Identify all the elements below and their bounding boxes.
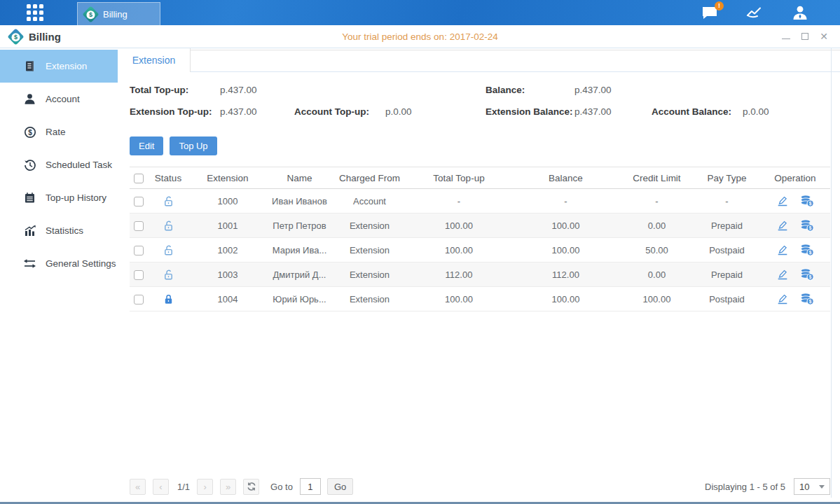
cell-total-topup: 100.00 — [406, 294, 511, 304]
edit-button[interactable]: Edit — [130, 136, 163, 155]
cell-pay-type: Prepaid — [694, 220, 760, 231]
column-header-balance: Balance — [511, 173, 620, 183]
messages-icon[interactable]: ! — [701, 6, 718, 20]
svg-text:$: $ — [809, 250, 812, 255]
cell-pay-type: Postpaid — [694, 245, 760, 255]
next-page-button[interactable]: › — [197, 479, 213, 495]
unlock-icon[interactable] — [163, 244, 174, 256]
balance-value: p.437.00 — [574, 85, 612, 95]
select-all-checkbox[interactable] — [134, 174, 144, 183]
statistics-chart-icon[interactable] — [746, 6, 764, 20]
cell-name: Юрий Юрь... — [266, 294, 333, 304]
table-row: 1004Юрий Юрь...Extension100.00100.00100.… — [130, 287, 830, 312]
topup-coins-icon[interactable]: $ — [800, 244, 814, 256]
sidebar-item-label: General Settings — [46, 258, 116, 269]
cell-extension: 1003 — [189, 270, 266, 280]
svg-text:$: $ — [809, 201, 812, 206]
prev-page-button[interactable]: ‹ — [153, 479, 169, 495]
table-row: 1001Петр ПетровExtension100.00100.000.00… — [130, 214, 830, 238]
trial-notice: Your trial period ends on: 2017-02-24 — [0, 31, 840, 42]
operation-cell: $ — [760, 293, 830, 305]
statistics-icon — [23, 225, 36, 237]
page-size-select[interactable]: 10 — [794, 478, 830, 495]
row-checkbox[interactable] — [134, 221, 144, 231]
account-balance-label: Account Balance: — [652, 106, 731, 117]
column-header-credit-limit: Credit Limit — [620, 173, 694, 183]
column-header-name: Name — [266, 173, 333, 183]
edit-pencil-icon[interactable] — [776, 268, 789, 281]
cell-balance: 112.00 — [511, 270, 620, 280]
row-checkbox[interactable] — [134, 246, 144, 255]
table-header-row: StatusExtensionNameCharged FromTotal Top… — [130, 167, 830, 189]
column-header-operation: Operation — [760, 173, 830, 183]
extension-balance-label: Extension Balance: — [486, 106, 573, 117]
cell-pay-type: Prepaid — [694, 270, 760, 280]
edit-pencil-icon[interactable] — [776, 195, 789, 207]
cell-charged-from: Account — [333, 196, 406, 206]
cell-name: Иван Иванов — [266, 196, 333, 206]
rate-icon: $ — [23, 126, 36, 139]
cell-credit-limit: 100.00 — [620, 294, 694, 304]
goto-page-input[interactable] — [300, 478, 321, 495]
scheduled-task-icon — [23, 159, 36, 172]
top-bar: $ Billing ! — [0, 0, 840, 25]
unlock-icon[interactable] — [163, 220, 174, 232]
cell-charged-from: Extension — [333, 270, 406, 280]
cell-credit-limit: 50.00 — [620, 245, 694, 255]
edit-pencil-icon[interactable] — [776, 219, 789, 232]
cell-name: Дмитрий Д... — [266, 270, 333, 280]
column-header-total-top-up: Total Top-up — [406, 173, 511, 183]
go-button[interactable]: Go — [327, 478, 353, 495]
refresh-icon[interactable] — [243, 479, 259, 495]
cell-name: Мария Ива... — [266, 245, 333, 255]
first-page-button[interactable]: « — [130, 479, 146, 495]
row-checkbox[interactable] — [134, 270, 144, 280]
cell-charged-from: Extension — [333, 294, 406, 304]
account-icon — [23, 93, 36, 105]
sidebar-item-scheduled-task[interactable]: Scheduled Task — [0, 148, 118, 181]
apps-grid-icon[interactable] — [27, 4, 48, 21]
edit-pencil-icon[interactable] — [776, 244, 789, 256]
edit-pencil-icon[interactable] — [776, 293, 789, 305]
column-header-charged-from: Charged From — [333, 173, 406, 183]
sidebar: ExtensionAccount$RateScheduled TaskTop-u… — [0, 48, 118, 502]
top-up-button[interactable]: Top Up — [170, 136, 216, 155]
unlock-icon[interactable] — [163, 195, 174, 207]
sidebar-item-rate[interactable]: $Rate — [0, 115, 118, 148]
tab-extension[interactable]: Extension — [118, 48, 191, 72]
account-topup-label: Account Top-up: — [294, 106, 369, 117]
topup-coins-icon[interactable]: $ — [800, 195, 814, 207]
total-topup-value: p.437.00 — [220, 85, 257, 95]
sidebar-item-general-settings[interactable]: General Settings — [0, 247, 118, 280]
sidebar-item-extension[interactable]: Extension — [0, 50, 118, 83]
taskbar-billing-tab[interactable]: $ Billing — [77, 2, 160, 25]
minimize-icon[interactable] — [781, 31, 791, 41]
extension-table: StatusExtensionNameCharged FromTotal Top… — [130, 167, 830, 312]
billing-window: $ Billing ! $ — [0, 0, 840, 504]
unlock-icon[interactable] — [163, 269, 174, 281]
close-icon[interactable]: ✕ — [819, 31, 829, 41]
row-checkbox[interactable] — [134, 197, 144, 206]
balance-label: Balance: — [486, 85, 525, 95]
cell-total-topup: 100.00 — [406, 220, 511, 231]
lock-icon[interactable] — [163, 293, 174, 305]
topup-coins-icon[interactable]: $ — [800, 219, 814, 232]
svg-text:$: $ — [809, 225, 812, 231]
summary-panel: Total Top-up: p.437.00 Balance: p.437.00… — [118, 83, 840, 127]
maximize-icon[interactable] — [800, 31, 810, 41]
sidebar-item-statistics[interactable]: Statistics — [0, 214, 118, 247]
user-account-icon[interactable] — [792, 6, 808, 20]
window-body: ExtensionAccount$RateScheduled TaskTop-u… — [0, 48, 840, 502]
topup-coins-icon[interactable]: $ — [800, 293, 814, 305]
content-pane: Extension Total Top-up: p.437.00 Balance… — [118, 48, 840, 502]
row-checkbox[interactable] — [134, 295, 144, 304]
svg-text:$: $ — [809, 299, 812, 304]
cell-total-topup: 100.00 — [406, 245, 511, 255]
title-bar: $ Billing Your trial period ends on: 201… — [0, 25, 840, 48]
sidebar-item-account[interactable]: Account — [0, 83, 118, 115]
last-page-button[interactable]: » — [220, 479, 236, 495]
topup-coins-icon[interactable]: $ — [800, 268, 814, 281]
cell-balance: 100.00 — [511, 294, 620, 304]
cell-balance: 100.00 — [511, 220, 620, 231]
sidebar-item-top-up-history[interactable]: Top-up History — [0, 181, 118, 214]
